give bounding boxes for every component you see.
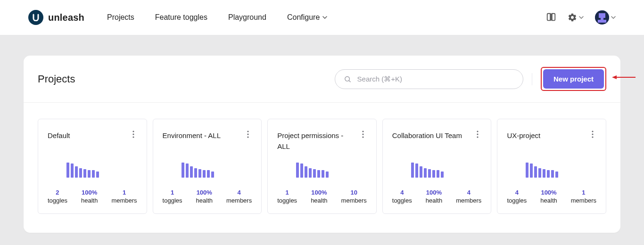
stat-value: 1 bbox=[277, 189, 297, 196]
chevron-down-icon bbox=[579, 16, 584, 19]
card-header: Default bbox=[48, 131, 137, 153]
nav-feature-toggles[interactable]: Feature toggles bbox=[155, 13, 207, 22]
stat-value: 4 bbox=[392, 189, 412, 196]
kebab-menu-icon[interactable] bbox=[130, 131, 137, 138]
new-project-highlight: New project bbox=[541, 67, 606, 91]
svg-rect-3 bbox=[598, 20, 606, 23]
svg-point-8 bbox=[132, 133, 134, 135]
search-input[interactable] bbox=[357, 75, 514, 83]
stat-health: 100%health bbox=[81, 189, 98, 204]
svg-point-14 bbox=[362, 133, 363, 135]
stat-health: 100%health bbox=[311, 189, 327, 204]
nav-playground[interactable]: Playground bbox=[228, 13, 266, 22]
project-stats: 4toggles100%health1members bbox=[507, 189, 596, 204]
project-card[interactable]: Collaboration UI Team4toggles100%health4… bbox=[382, 119, 492, 214]
brand-logo-icon bbox=[28, 10, 43, 25]
nav-projects[interactable]: Projects bbox=[107, 13, 134, 22]
settings-button[interactable] bbox=[568, 13, 584, 22]
stat-label: health bbox=[311, 197, 327, 204]
stat-health: 100%health bbox=[196, 189, 213, 204]
svg-point-13 bbox=[362, 131, 363, 132]
stat-value: 4 bbox=[507, 189, 527, 196]
stat-value: 4 bbox=[226, 189, 252, 196]
stat-health: 100%health bbox=[540, 189, 557, 204]
stat-label: members bbox=[341, 197, 367, 204]
stat-toggles: 4toggles bbox=[507, 189, 527, 204]
stat-toggles: 1toggles bbox=[163, 189, 182, 204]
svg-point-21 bbox=[592, 136, 593, 138]
page-header: Projects New project bbox=[24, 56, 620, 103]
stat-value: 100% bbox=[196, 189, 213, 196]
brand[interactable]: unleash bbox=[28, 10, 84, 25]
stat-label: members bbox=[571, 197, 596, 204]
project-cards: Default2toggles100%health1membersEnviron… bbox=[24, 103, 620, 233]
chevron-down-icon bbox=[611, 16, 616, 19]
svg-point-16 bbox=[477, 131, 479, 132]
stat-label: toggles bbox=[392, 197, 412, 204]
stat-value: 1 bbox=[571, 189, 596, 196]
card-header: UX-project bbox=[507, 131, 596, 153]
stat-label: toggles bbox=[277, 197, 297, 204]
sparkline bbox=[182, 161, 252, 178]
kebab-menu-icon[interactable] bbox=[359, 131, 367, 138]
search-icon bbox=[344, 75, 352, 83]
project-card[interactable]: UX-project4toggles100%health1members bbox=[497, 119, 606, 214]
stat-members: 4members bbox=[456, 189, 481, 204]
stat-value: 10 bbox=[341, 189, 367, 196]
svg-point-19 bbox=[592, 131, 593, 132]
header-right bbox=[546, 10, 616, 24]
user-menu[interactable] bbox=[595, 10, 616, 24]
docs-button[interactable] bbox=[546, 12, 556, 23]
stat-label: health bbox=[426, 197, 442, 204]
stat-value: 4 bbox=[456, 189, 481, 196]
card-header: Environment - ALL bbox=[163, 131, 252, 153]
svg-point-12 bbox=[248, 136, 249, 138]
main-content: Projects New project Default2toggles100%… bbox=[24, 56, 620, 233]
card-header: Collaboration UI Team bbox=[392, 131, 482, 153]
svg-point-15 bbox=[362, 136, 363, 138]
top-nav: unleash Projects Feature toggles Playgro… bbox=[0, 0, 644, 35]
stat-members: 4members bbox=[226, 189, 252, 204]
stat-value: 100% bbox=[426, 189, 442, 196]
project-card[interactable]: Project permissions - ALL1toggles100%hea… bbox=[267, 119, 377, 214]
stat-health: 100%health bbox=[426, 189, 442, 204]
svg-point-17 bbox=[477, 133, 479, 135]
chevron-down-icon bbox=[322, 16, 327, 19]
sparkline bbox=[526, 161, 596, 178]
nav-configure[interactable]: Configure bbox=[287, 13, 327, 22]
kebab-menu-icon[interactable] bbox=[474, 131, 481, 138]
stat-label: members bbox=[111, 197, 137, 204]
kebab-menu-icon[interactable] bbox=[589, 131, 596, 138]
brand-name: unleash bbox=[48, 12, 84, 23]
svg-marker-23 bbox=[612, 75, 617, 79]
sparkline bbox=[411, 161, 482, 178]
nav-configure-label: Configure bbox=[287, 13, 320, 22]
stat-label: health bbox=[540, 197, 557, 204]
project-card[interactable]: Environment - ALL1toggles100%health4memb… bbox=[153, 119, 262, 214]
project-stats: 2toggles100%health1members bbox=[48, 189, 137, 204]
stat-value: 100% bbox=[311, 189, 327, 196]
stat-value: 100% bbox=[540, 189, 557, 196]
svg-point-7 bbox=[132, 131, 134, 132]
stat-label: health bbox=[81, 197, 98, 204]
project-stats: 4toggles100%health4members bbox=[392, 189, 482, 204]
new-project-button[interactable]: New project bbox=[543, 69, 604, 89]
stat-label: health bbox=[196, 197, 213, 204]
page-title: Projects bbox=[38, 73, 75, 85]
stat-members: 1members bbox=[571, 189, 596, 204]
svg-point-5 bbox=[345, 76, 350, 81]
card-header: Project permissions - ALL bbox=[277, 131, 367, 153]
gear-icon bbox=[568, 13, 577, 22]
stat-label: members bbox=[456, 197, 481, 204]
sparkline bbox=[66, 161, 137, 178]
stat-toggles: 1toggles bbox=[277, 189, 297, 204]
stat-value: 2 bbox=[48, 189, 67, 196]
book-icon bbox=[546, 12, 556, 23]
kebab-menu-icon[interactable] bbox=[244, 131, 252, 138]
header-left: unleash Projects Feature toggles Playgro… bbox=[28, 10, 327, 25]
project-card[interactable]: Default2toggles100%health1members bbox=[38, 119, 147, 214]
divider bbox=[532, 73, 532, 85]
search-input-wrapper[interactable] bbox=[335, 69, 523, 89]
stat-label: toggles bbox=[507, 197, 527, 204]
main-nav: Projects Feature toggles Playground Conf… bbox=[107, 13, 327, 22]
